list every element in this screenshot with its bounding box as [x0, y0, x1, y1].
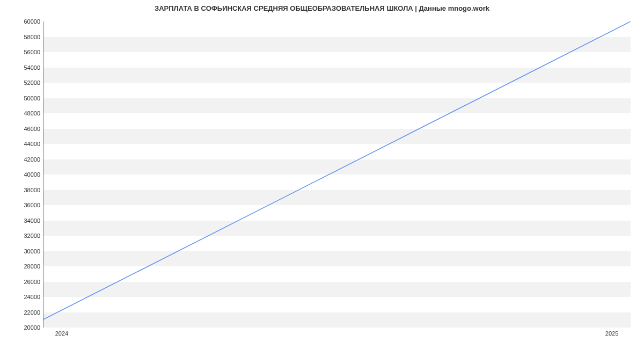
y-tick-label: 36000	[13, 202, 40, 208]
grid-band	[43, 129, 631, 144]
y-tick-label: 48000	[13, 110, 40, 117]
grid-band	[43, 312, 631, 328]
grid-band	[43, 37, 631, 53]
y-tick-label: 56000	[13, 49, 40, 55]
grid-band	[43, 159, 631, 175]
y-tick-label: 22000	[13, 309, 40, 316]
y-tick-label: 20000	[13, 324, 40, 331]
y-tick-label: 42000	[13, 156, 40, 163]
y-tick-label: 26000	[13, 279, 40, 285]
chart-title: ЗАРПЛАТА В СОФЬИНСКАЯ СРЕДНЯЯ ОБЩЕОБРАЗО…	[0, 4, 644, 12]
plot-area	[43, 21, 631, 328]
grid-band	[43, 282, 631, 297]
y-tick-label: 52000	[13, 79, 40, 86]
y-tick-label: 44000	[13, 141, 40, 147]
x-tick-label: 2025	[605, 330, 618, 337]
grid-band	[43, 221, 631, 236]
y-tick-label: 28000	[13, 263, 40, 270]
y-tick-label: 54000	[13, 64, 40, 71]
grid-band	[43, 98, 631, 114]
y-tick-label: 50000	[13, 95, 40, 101]
y-tick-label: 38000	[13, 187, 40, 193]
y-tick-label: 34000	[13, 217, 40, 224]
grid-band	[43, 190, 631, 206]
grid-band	[43, 251, 631, 267]
y-tick-label: 46000	[13, 126, 40, 132]
y-tick-label: 58000	[13, 34, 40, 40]
y-tick-label: 32000	[13, 232, 40, 239]
y-tick-label: 60000	[13, 18, 40, 25]
y-tick-label: 24000	[13, 294, 40, 300]
y-tick-label: 40000	[13, 171, 40, 178]
y-tick-label: 30000	[13, 248, 40, 255]
x-tick-label: 2024	[55, 330, 68, 337]
grid-band	[43, 68, 631, 83]
